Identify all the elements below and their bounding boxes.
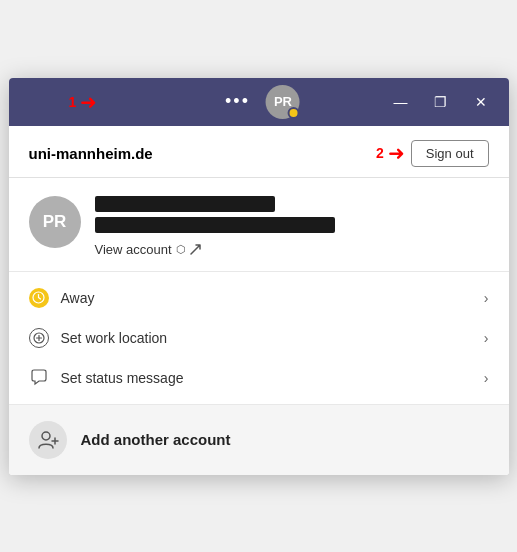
status-message-icon (29, 368, 49, 388)
avatar-initials: PR (274, 94, 292, 109)
status-message-label: Set status message (61, 370, 184, 386)
redacted-email (95, 217, 335, 233)
external-link-svg-icon (190, 244, 201, 255)
svg-point-6 (42, 432, 50, 440)
location-plus-icon (33, 332, 45, 344)
work-location-menu-item[interactable]: Set work location › (9, 318, 509, 358)
sign-out-button[interactable]: Sign out (411, 140, 489, 167)
profile-info: View account ⬡ (95, 196, 489, 257)
teams-window: 1 ➜ ••• PR — ❐ ✕ uni-mannheim.de 2 ➜ (9, 78, 509, 475)
work-location-item-left: Set work location (29, 328, 168, 348)
annotation-arrow-2: ➜ (388, 141, 405, 165)
signout-area: 2 ➜ Sign out (376, 140, 489, 167)
external-link-icon: ⬡ (176, 243, 186, 256)
titlebar-buttons: — ❐ ✕ (381, 78, 501, 126)
work-location-icon (29, 328, 49, 348)
away-label: Away (61, 290, 95, 306)
status-dot (288, 107, 300, 119)
add-account-icon (29, 421, 67, 459)
titlebar: 1 ➜ ••• PR — ❐ ✕ (9, 78, 509, 126)
status-message-item-left: Set status message (29, 368, 184, 388)
annotation-2: 2 ➜ (376, 141, 405, 165)
restore-button[interactable]: ❐ (421, 78, 461, 126)
dropdown-panel: uni-mannheim.de 2 ➜ Sign out PR View acc… (9, 126, 509, 475)
svg-line-2 (39, 298, 41, 300)
status-message-menu-item[interactable]: Set status message › (9, 358, 509, 398)
redacted-name (95, 196, 275, 212)
add-person-icon (37, 429, 59, 451)
add-account-label: Add another account (81, 431, 231, 448)
away-chevron-icon: › (484, 290, 489, 306)
add-account-section[interactable]: Add another account (9, 405, 509, 475)
clock-icon (32, 291, 45, 304)
away-status-icon (29, 288, 49, 308)
org-name: uni-mannheim.de (29, 145, 153, 162)
avatar[interactable]: PR (266, 85, 300, 119)
titlebar-center: ••• PR (217, 85, 300, 119)
work-location-chevron-icon: › (484, 330, 489, 346)
annotation-1: 1 ➜ (69, 90, 98, 114)
minimize-button[interactable]: — (381, 78, 421, 126)
away-item-left: Away (29, 288, 95, 308)
annotation-arrow-1: ➜ (80, 90, 97, 114)
chat-icon (29, 368, 49, 388)
profile-section: PR View account ⬡ (9, 178, 509, 272)
close-button[interactable]: ✕ (461, 78, 501, 126)
status-message-chevron-icon: › (484, 370, 489, 386)
work-location-label: Set work location (61, 330, 168, 346)
profile-initials: PR (43, 212, 67, 232)
away-menu-item[interactable]: Away › (9, 278, 509, 318)
annotation-num-2: 2 (376, 145, 384, 161)
annotation-num-1: 1 (69, 94, 77, 110)
profile-avatar: PR (29, 196, 81, 248)
dropdown-header: uni-mannheim.de 2 ➜ Sign out (9, 126, 509, 178)
view-account-link[interactable]: View account ⬡ (95, 242, 489, 257)
view-account-label: View account (95, 242, 172, 257)
menu-items: Away › Set work location › (9, 272, 509, 405)
more-options-icon[interactable]: ••• (217, 87, 258, 116)
